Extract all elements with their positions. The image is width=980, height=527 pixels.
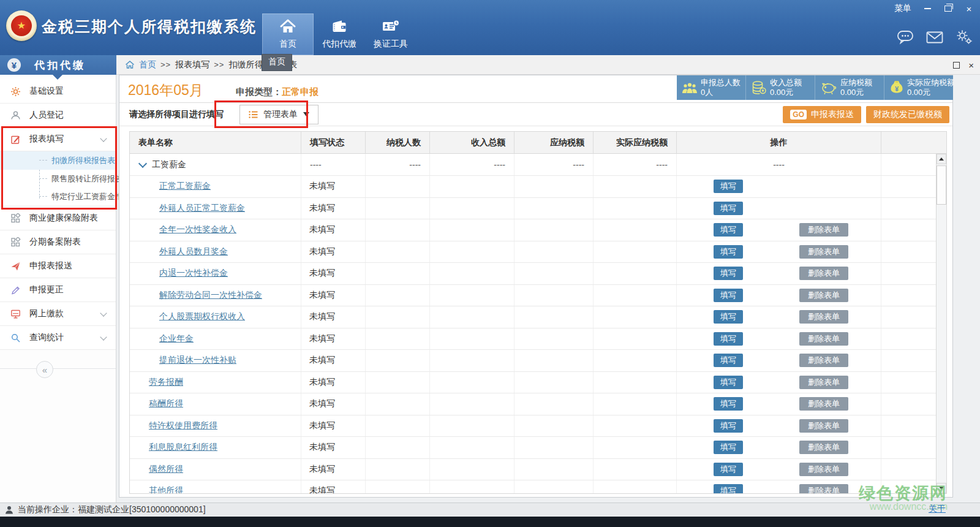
- sidebar-item-monitor-7[interactable]: 网上缴款: [0, 302, 116, 326]
- collapse-sidebar-button[interactable]: «: [36, 361, 53, 378]
- delete-form-button[interactable]: 删除表单: [799, 484, 848, 494]
- delete-form-button[interactable]: 删除表单: [799, 376, 848, 389]
- empty-cell: [430, 285, 514, 306]
- moneybag-icon: ¥: [889, 80, 904, 96]
- restore-icon[interactable]: [943, 4, 953, 13]
- empty-cell: [594, 459, 677, 480]
- form-link[interactable]: 提前退休一次性补贴: [159, 355, 236, 366]
- sidebar-item-grid-4[interactable]: 分期备案附表: [0, 230, 116, 254]
- manage-forms-button[interactable]: 管理表单: [239, 105, 318, 124]
- form-link[interactable]: 企业年金: [159, 333, 194, 344]
- settings-icon[interactable]: [956, 29, 973, 45]
- form-link[interactable]: 解除劳动合同一次性补偿金: [159, 290, 262, 301]
- sidebar-item-send-5[interactable]: 申报表报送: [0, 254, 116, 278]
- form-link[interactable]: 正常工资薪金: [159, 181, 211, 192]
- form-link[interactable]: 外籍人员数月奖金: [159, 246, 228, 257]
- delete-form-button[interactable]: 删除表单: [799, 332, 848, 346]
- delete-form-button[interactable]: 删除表单: [799, 419, 848, 433]
- form-link[interactable]: 全年一次性奖金收入: [159, 224, 236, 235]
- delete-form-button[interactable]: 删除表单: [799, 245, 848, 259]
- form-name-cell: 利息股息红利所得: [130, 437, 301, 458]
- empty-cell: [514, 328, 594, 350]
- fill-button[interactable]: 填写: [714, 267, 743, 280]
- sidebar-subitem[interactable]: 扣缴所得税报告表: [0, 151, 116, 170]
- row-spacer: [881, 263, 936, 284]
- window-menu[interactable]: 菜单: [894, 3, 911, 14]
- form-name-cell: 偶然所得: [130, 459, 301, 480]
- table-row: 稿酬所得未填写填写删除表单: [130, 393, 936, 415]
- nav-tab-wallet[interactable]: 代扣代缴: [314, 13, 365, 55]
- fill-button[interactable]: 填写: [714, 223, 743, 237]
- form-link[interactable]: 特许权使用费所得: [149, 420, 217, 431]
- about-link[interactable]: 关于: [929, 504, 946, 515]
- fill-button[interactable]: 填写: [714, 419, 743, 433]
- form-link[interactable]: 偶然所得: [149, 464, 183, 475]
- fill-button[interactable]: 填写: [714, 397, 743, 411]
- sidebar-item-grid-3[interactable]: 商业健康保险附表: [0, 207, 116, 230]
- chevron-down-icon[interactable]: [138, 159, 147, 168]
- sidebar-item-gear-0[interactable]: 基础设置: [0, 80, 116, 104]
- delete-form-button[interactable]: 删除表单: [799, 354, 848, 367]
- mail-icon[interactable]: [926, 31, 943, 44]
- form-link[interactable]: 稿酬所得: [149, 398, 183, 409]
- delete-form-button[interactable]: 删除表单: [799, 441, 848, 454]
- close-frame-icon[interactable]: ×: [968, 61, 974, 70]
- sidebar-header: ¥ 代扣代缴: [0, 55, 116, 75]
- table-scrollbar[interactable]: [936, 154, 946, 493]
- fill-button[interactable]: 填写: [714, 463, 743, 476]
- finance-paid-tax-button[interactable]: 财政统发已缴税额: [866, 106, 949, 123]
- submit-declaration-button[interactable]: GO 申报表报送: [783, 106, 861, 123]
- fill-button[interactable]: 填写: [714, 332, 743, 346]
- nav-tab-home[interactable]: 首页: [262, 13, 314, 55]
- scroll-down-icon[interactable]: [937, 483, 946, 493]
- minimize-icon[interactable]: [922, 4, 932, 13]
- fill-button[interactable]: 填写: [714, 354, 743, 367]
- form-link[interactable]: 外籍人员正常工资薪金: [159, 203, 245, 214]
- delete-form-button[interactable]: 删除表单: [799, 397, 848, 411]
- fill-button[interactable]: 填写: [714, 245, 743, 259]
- fill-button[interactable]: 填写: [714, 441, 743, 454]
- status-text: 未填写: [301, 398, 335, 409]
- chat-icon[interactable]: [897, 30, 914, 45]
- sidebar-item-pen-2[interactable]: 报表填写: [0, 127, 116, 151]
- status-cell: 未填写: [301, 241, 366, 263]
- sidebar-item-search-8[interactable]: 查询统计: [0, 326, 116, 350]
- delete-form-button[interactable]: 删除表单: [799, 310, 848, 324]
- fill-button[interactable]: 填写: [714, 202, 743, 215]
- scrollbar-thumb[interactable]: [937, 165, 946, 205]
- empty-cell: [366, 306, 430, 328]
- close-icon[interactable]: ×: [964, 4, 974, 13]
- maximize-frame-icon[interactable]: [953, 62, 960, 69]
- empty-cell: [366, 459, 430, 480]
- fill-button[interactable]: 填写: [714, 289, 743, 302]
- breadcrumb-item[interactable]: 首页: [139, 59, 156, 70]
- sidebar-item-label: 基础设置: [29, 86, 64, 97]
- group-name-cell[interactable]: 工资薪金: [130, 154, 301, 176]
- delete-form-button[interactable]: 删除表单: [799, 267, 848, 280]
- group-placeholder-cell: ----: [301, 154, 366, 175]
- scroll-up-icon[interactable]: [937, 154, 946, 164]
- delete-form-button[interactable]: 删除表单: [799, 463, 848, 476]
- form-link[interactable]: 劳务报酬: [149, 377, 183, 388]
- form-link[interactable]: 个人股票期权行权收入: [159, 311, 245, 322]
- fill-button[interactable]: 填写: [714, 310, 743, 324]
- form-link[interactable]: 内退一次性补偿金: [159, 268, 228, 279]
- fill-button[interactable]: 填写: [714, 180, 743, 193]
- empty-cell: [366, 219, 430, 241]
- form-link[interactable]: 其他所得: [149, 485, 183, 494]
- sidebar-item-edit-6[interactable]: 申报更正: [0, 278, 116, 302]
- home-tooltip: 首页: [262, 54, 292, 71]
- fill-button[interactable]: 填写: [714, 376, 743, 389]
- status-cell: 未填写: [301, 437, 366, 458]
- sidebar-subitem[interactable]: 限售股转让所得报告表: [0, 170, 116, 188]
- fill-button[interactable]: 填写: [714, 484, 743, 494]
- stat-text: 实际应纳税额0.00元: [907, 78, 953, 98]
- send-icon: [10, 261, 21, 271]
- delete-form-button[interactable]: 删除表单: [799, 223, 848, 237]
- sidebar-item-person-1[interactable]: 人员登记: [0, 104, 116, 127]
- sidebar-subitem[interactable]: 特定行业工资薪金报告表: [0, 188, 116, 206]
- nav-tab-idcard[interactable]: 换证工具: [365, 13, 417, 55]
- delete-form-button[interactable]: 删除表单: [799, 289, 848, 302]
- form-link[interactable]: 利息股息红利所得: [149, 442, 217, 453]
- column-header-spacer: [881, 132, 946, 153]
